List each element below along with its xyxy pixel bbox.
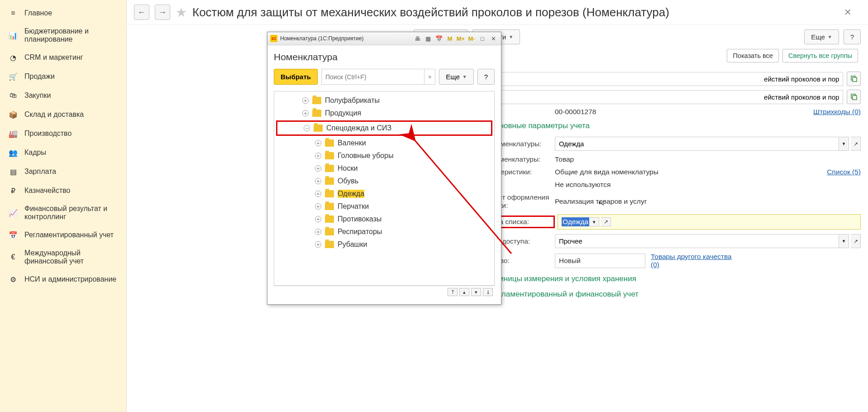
back-button[interactable]: ← (134, 5, 149, 20)
sidebar-label: Финансовый результат и контроллинг (24, 205, 118, 221)
tree-top-button[interactable]: ⤒ (448, 288, 458, 296)
m-icon[interactable]: M (445, 34, 455, 43)
folder-icon (325, 203, 334, 210)
star-icon[interactable]: ★ (176, 5, 187, 20)
grl-dropdown[interactable]: ▼ (589, 217, 599, 226)
people-icon: 👥 (8, 148, 18, 158)
forward-button[interactable]: → (155, 5, 170, 20)
grd-dropdown[interactable]: ▼ (839, 234, 849, 248)
tree-item[interactable]: +Продукция (276, 107, 492, 120)
expand-icon[interactable]: + (315, 203, 321, 210)
vid-open[interactable]: ↗ (851, 137, 861, 151)
sidebar-label: Бюджетирование и планирование (24, 27, 118, 43)
sidebar-item-intl[interactable]: €Международный финансовый учет (0, 244, 126, 270)
sidebar-item-budget[interactable]: 📊Бюджетирование и планирование (0, 23, 126, 48)
copy-button-1[interactable] (847, 72, 861, 86)
har-link[interactable]: Список (5) (827, 168, 861, 176)
tree-item[interactable]: +Противоказы (276, 213, 492, 225)
tree-item[interactable]: +Носки (276, 162, 492, 175)
sidebar-item-nsi[interactable]: ⚙НСИ и администрирование (0, 270, 126, 289)
expand-icon[interactable]: + (315, 191, 321, 197)
select-button[interactable]: Выбрать (274, 69, 318, 85)
section-units[interactable]: ▸ Единицы измерения и условия хранения (478, 274, 861, 283)
expand-icon[interactable]: − (304, 125, 310, 131)
tree-item[interactable]: +Полуфабрикаты (276, 94, 492, 107)
vid-dropdown[interactable]: ▼ (839, 137, 849, 151)
expand-icon[interactable]: + (302, 110, 309, 116)
section-reg[interactable]: ▸ Регламентированный и финансовый учет (478, 290, 861, 299)
tree-item[interactable]: +Перчатки (276, 200, 492, 213)
barcodes-link[interactable]: Штрихкоды (0) (813, 108, 861, 116)
collapse-all-button[interactable]: Свернуть все группы (782, 49, 858, 62)
menu-icon: ≡ (8, 8, 18, 18)
expand-icon[interactable]: + (315, 178, 321, 184)
sidebar-item-treasury[interactable]: ₽Казначейство (0, 181, 126, 200)
sidebar-item-hr[interactable]: 👥Кадры (0, 143, 126, 162)
tree-item[interactable]: +Головные уборы (276, 149, 492, 162)
sidebar-item-production[interactable]: 🏭Производство (0, 124, 126, 143)
sidebar-item-purchase[interactable]: 🛍Закупки (0, 86, 126, 105)
tree-label: Рубашки (338, 240, 367, 249)
expand-icon[interactable]: + (302, 97, 309, 104)
modal-more-button[interactable]: Еще▼ (439, 69, 473, 85)
sidebar-item-warehouse[interactable]: 📦Склад и доставка (0, 105, 126, 124)
calc-icon[interactable]: ▦ (423, 34, 433, 43)
sidebar-label: Производство (24, 129, 72, 138)
tree-label: Спецодежда и СИЗ (326, 124, 391, 132)
folder-icon (325, 139, 334, 147)
bars-icon: 📈 (8, 208, 18, 218)
folder-tree[interactable]: +Полуфабрикаты+Продукция−Спецодежда и СИ… (274, 91, 495, 286)
sidebar-item-crm[interactable]: ◔CRM и маркетинг (0, 48, 126, 67)
chart-icon: 📊 (8, 30, 18, 40)
modal-close-icon[interactable]: ✕ (488, 34, 498, 43)
tree-item[interactable]: +Обувь (276, 175, 492, 187)
close-button[interactable]: ✕ (844, 7, 852, 18)
expand-icon[interactable]: + (315, 229, 321, 235)
calendar-icon[interactable]: 📅 (434, 34, 444, 43)
help-button[interactable]: ? (844, 29, 861, 44)
tree-down-button[interactable]: ▾ (471, 288, 481, 296)
kac-link[interactable]: Товары другого качества (0) (651, 253, 741, 269)
show-all-button[interactable]: Показать все (727, 49, 779, 62)
tree-item[interactable]: +Валенки (276, 137, 492, 149)
maximize-icon[interactable]: □ (477, 34, 487, 43)
expand-icon[interactable]: + (315, 165, 321, 172)
expand-icon[interactable]: + (315, 153, 321, 159)
modal-help-button[interactable]: ? (477, 69, 495, 85)
m-minus-icon[interactable]: M- (467, 34, 477, 43)
m-plus-icon[interactable]: M+ (456, 34, 466, 43)
expand-icon[interactable]: + (315, 241, 321, 248)
tree-item[interactable]: +Респираторы (276, 225, 492, 238)
sidebar-item-sales[interactable]: 🛒Продажи (0, 67, 126, 86)
sidebar-item-main[interactable]: ≡Главное (0, 4, 126, 23)
name-field-1[interactable] (478, 72, 843, 86)
clear-search-icon[interactable]: × (424, 69, 435, 85)
grd-open[interactable]: ↗ (851, 234, 861, 248)
print-icon[interactable]: 🖶 (412, 34, 422, 43)
copy-button-2[interactable] (847, 90, 861, 104)
name-field-2[interactable] (478, 90, 843, 104)
sidebar-label: Закупки (24, 91, 51, 100)
sidebar-label: Главное (24, 9, 52, 17)
modal-title-text: Номенклатура (1С:Предприятие) (280, 35, 364, 42)
folder-icon (325, 190, 334, 197)
tree-up-button[interactable]: ▴ (459, 288, 469, 296)
kac-value[interactable]: Новый (555, 254, 645, 268)
vid-input[interactable] (555, 137, 839, 151)
tree-item[interactable]: +Рубашки (276, 238, 492, 251)
expand-icon[interactable]: + (315, 216, 321, 222)
grd-input[interactable] (555, 234, 839, 248)
section-main-params[interactable]: ▾ Основные параметры учета (478, 121, 861, 130)
expand-icon[interactable]: + (315, 140, 321, 146)
sidebar-item-salary[interactable]: ▤Зарплата (0, 162, 126, 181)
tree-item[interactable]: +Одежда (276, 187, 492, 200)
cart-icon: 🛒 (8, 72, 18, 81)
sidebar-item-regulated[interactable]: 📅Регламентированный учет (0, 225, 126, 244)
tree-bottom-button[interactable]: ⤓ (483, 288, 493, 296)
grl-open[interactable]: ↗ (601, 217, 611, 226)
sidebar-item-finance[interactable]: 📈Финансовый результат и контроллинг (0, 200, 126, 225)
search-input[interactable] (321, 69, 424, 85)
more-button[interactable]: Еще▼ (804, 29, 839, 44)
modal-titlebar[interactable]: 1C Номенклатура (1С:Предприятие) 🖶 ▦ 📅 M… (267, 32, 501, 45)
tree-item[interactable]: −Спецодежда и СИЗ (277, 122, 491, 134)
